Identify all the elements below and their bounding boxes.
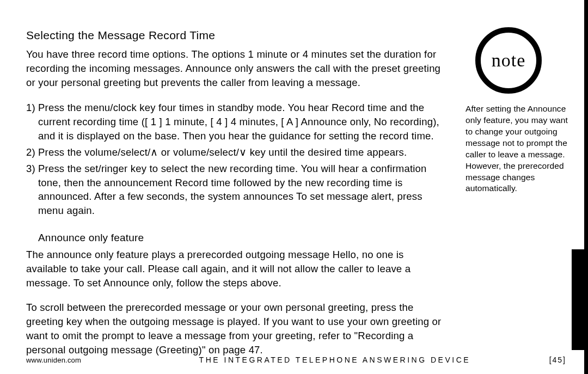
subheading: Announce only feature	[38, 231, 446, 246]
step-body: Press the volume/select/∧ or volume/sele…	[38, 145, 446, 160]
announce-paragraph: The announce only feature plays a prerec…	[26, 248, 446, 290]
steps-list: 1) Press the menu/clock key four times i…	[26, 101, 446, 218]
step-number: 3)	[26, 162, 38, 218]
intro-paragraph: You have three record time options. The …	[26, 47, 446, 90]
footer: www.uniden.com THE INTEGRATED TELEPHONE …	[26, 355, 566, 364]
step-2: 2) Press the volume/select/∧ or volume/s…	[26, 145, 446, 160]
step-body: Press the set/ringer key to select the n…	[38, 162, 446, 218]
main-content: Selecting the Message Record Time You ha…	[0, 0, 457, 374]
step-number: 2)	[26, 145, 38, 160]
note-circle-icon: note	[475, 27, 542, 94]
scroll-paragraph: To scroll between the prerecorded messag…	[26, 301, 446, 357]
page-tab-marker	[572, 249, 588, 350]
step-body: Press the menu/clock key four times in s…	[38, 101, 446, 143]
step-3: 3) Press the set/ringer key to select th…	[26, 162, 446, 218]
step-1: 1) Press the menu/clock key four times i…	[26, 101, 446, 143]
note-label: note	[492, 50, 526, 71]
footer-title: THE INTEGRATED TELEPHONE ANSWERING DEVIC…	[125, 355, 545, 364]
section-heading: Selecting the Message Record Time	[26, 27, 446, 43]
footer-url: www.uniden.com	[26, 356, 81, 364]
step-number: 1)	[26, 101, 38, 143]
note-text: After setting the Announce only feature,…	[465, 103, 572, 194]
note-sidebar: note After setting the Announce only fea…	[465, 27, 572, 194]
footer-page-number: [45]	[549, 355, 566, 364]
page: Selecting the Message Record Time You ha…	[0, 0, 588, 374]
